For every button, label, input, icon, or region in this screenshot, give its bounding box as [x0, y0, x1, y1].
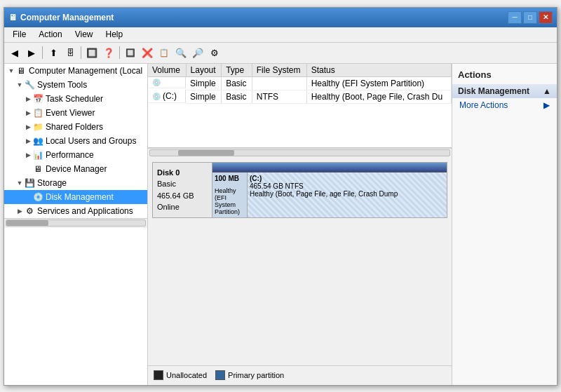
back-button[interactable]: ◀	[7, 45, 22, 60]
disk-management-section-label: Disk Management	[458, 86, 529, 96]
sidebar-scroll-track[interactable]	[6, 219, 146, 227]
sidebar-item-system-tools[interactable]: ▼ 🔧 System Tools	[4, 78, 147, 92]
task-scheduler-expand: ▶	[24, 95, 32, 103]
table-row[interactable]: 💿 Simple Basic Healthy (EFI System Parti…	[148, 76, 452, 90]
up-button[interactable]: ⬆	[46, 45, 61, 60]
row2-status: Healthy (Boot, Page File, Crash Du	[306, 90, 451, 103]
new-button[interactable]: 🔲	[123, 45, 138, 60]
table-scroll-thumb[interactable]	[178, 150, 234, 156]
title-bar: 🖥 Computer Management ─ □ ✕	[4, 8, 557, 27]
menu-help[interactable]: Help	[100, 28, 129, 41]
disk-type: Basic	[157, 178, 208, 190]
title-bar-left: 🖥 Computer Management	[8, 13, 114, 22]
close-button[interactable]: ✕	[539, 11, 553, 24]
disk-row-0: Disk 0 Basic 465.64 GB Online 100 MB Hea…	[152, 162, 447, 218]
delete-button[interactable]: ❌	[140, 45, 155, 60]
legend-primary-label: Primary partition	[228, 371, 284, 379]
sidebar-item-storage[interactable]: ▼ 💾 Storage	[4, 176, 147, 190]
row1-filesystem	[252, 76, 306, 90]
disk-partitions: 100 MB Healthy (EFI System Partition) (C…	[212, 163, 447, 217]
col-filesystem: File System	[252, 64, 306, 77]
forward-button[interactable]: ▶	[24, 45, 39, 60]
performance-label: Performance	[46, 150, 94, 160]
device-manager-icon: 🖥	[32, 163, 43, 175]
section-collapse-icon: ▲	[543, 86, 551, 96]
sidebar-item-event-viewer[interactable]: ▶ 📋 Event Viewer	[4, 106, 147, 120]
c-partition[interactable]: (C:) 465.54 GB NTFS Healthy (Boot, Page …	[248, 173, 447, 217]
storage-icon: 💾	[24, 177, 35, 189]
task-scheduler-label: Task Scheduler	[46, 94, 103, 104]
paste-button[interactable]: 🔍	[173, 45, 189, 60]
table-scrollbar[interactable]	[148, 148, 452, 158]
minimize-button[interactable]: ─	[508, 11, 522, 24]
shared-folders-label: Shared Folders	[46, 122, 103, 132]
disk-management-section-header[interactable]: Disk Management ▲	[452, 84, 557, 98]
c-drive-status: Healthy (Boot, Page File, age File, Cras…	[250, 190, 445, 198]
local-users-label: Local Users and Groups	[46, 136, 136, 146]
disk-size: 465.64 GB	[157, 190, 208, 202]
col-layout: Layout	[186, 64, 222, 77]
settings-button[interactable]: ⚙	[207, 45, 222, 60]
actions-panel: Actions Disk Management ▲ More Actions ▶	[452, 64, 557, 385]
sidebar-item-local-users[interactable]: ▶ 👥 Local Users and Groups	[4, 134, 147, 148]
table-scroll-track[interactable]	[149, 149, 450, 156]
sidebar-item-shared-folders[interactable]: ▶ 📁 Shared Folders	[4, 120, 147, 134]
toolbar-separator-2	[81, 46, 81, 59]
menu-bar: File Action View Help	[4, 27, 557, 43]
maximize-button[interactable]: □	[523, 11, 537, 24]
event-viewer-icon: 📋	[32, 107, 43, 119]
event-viewer-expand: ▶	[24, 109, 32, 117]
menu-view[interactable]: View	[69, 28, 99, 41]
storage-label: Storage	[37, 178, 67, 188]
disk-bar	[212, 163, 447, 173]
disk-table: Volume Layout Type File System Status 💿 …	[148, 64, 452, 148]
copy-button[interactable]: 📋	[156, 45, 172, 60]
row1-type: Basic	[222, 76, 252, 90]
row2-volume: 💿(C:)	[148, 90, 186, 103]
menu-action[interactable]: Action	[33, 28, 67, 41]
local-users-expand: ▶	[24, 137, 32, 145]
window-title: Computer Management	[20, 13, 114, 22]
disk-parts: 100 MB Healthy (EFI System Partition) (C…	[212, 173, 447, 217]
efi-size: 100 MB	[215, 175, 245, 182]
disk-visual-area: Disk 0 Basic 465.64 GB Online 100 MB Hea…	[148, 158, 452, 365]
window-icon: 🖥	[8, 13, 17, 22]
title-bar-controls: ─ □ ✕	[508, 11, 553, 24]
row1-layout: Simple	[186, 76, 222, 90]
actions-title: Actions	[452, 67, 557, 84]
legend-unallocated-box	[154, 370, 163, 380]
menu-file[interactable]: File	[7, 28, 32, 41]
sidebar-scroll-thumb[interactable]	[6, 220, 48, 226]
system-tools-expand: ▼	[15, 81, 24, 89]
sidebar-item-device-manager[interactable]: ▶ 🖥 Device Manager	[4, 162, 147, 176]
sidebar-item-disk-management[interactable]: ▶ 💿 Disk Management	[4, 190, 147, 204]
task-scheduler-icon: 📅	[32, 93, 43, 104]
efi-partition[interactable]: 100 MB Healthy (EFI System Partition)	[212, 173, 248, 217]
legend-unallocated: Unallocated	[154, 370, 207, 380]
disk-status: Online	[157, 201, 208, 213]
disk-mgmt-label: Disk Management	[46, 192, 114, 202]
sidebar-scrollbar[interactable]	[4, 218, 147, 228]
services-icon: ⚙	[24, 205, 35, 217]
main-window: 🖥 Computer Management ─ □ ✕ File Action …	[4, 7, 557, 386]
sidebar-root[interactable]: ▼ 🖥 Computer Management (Local	[4, 64, 147, 78]
disk-mgmt-icon: 💿	[32, 191, 43, 203]
more-actions-item[interactable]: More Actions ▶	[452, 98, 557, 112]
table-row[interactable]: 💿(C:) Simple Basic NTFS Healthy (Boot, P…	[148, 90, 452, 103]
help-button[interactable]: ❓	[101, 45, 116, 60]
legend-primary-box	[215, 370, 225, 380]
disk-info: Disk 0 Basic 465.64 GB Online	[153, 163, 212, 217]
root-icon: 🖥	[15, 65, 27, 76]
sidebar-item-task-scheduler[interactable]: ▶ 📅 Task Scheduler	[4, 92, 147, 106]
sidebar-item-services[interactable]: ▶ ⚙ Services and Applications	[4, 204, 147, 218]
more-actions-label: More Actions	[459, 100, 508, 110]
row1-volume: 💿	[148, 77, 186, 88]
legend-bar: Unallocated Primary partition	[148, 365, 452, 385]
services-expand: ▶	[15, 207, 24, 215]
row2-filesystem: NTFS	[252, 90, 306, 103]
search-button[interactable]: 🔎	[190, 45, 205, 60]
show-hide-button[interactable]: 🗄	[62, 45, 78, 60]
sidebar-item-performance[interactable]: ▶ 📊 Performance	[4, 148, 147, 162]
properties-button[interactable]: 🔲	[84, 45, 100, 60]
toolbar-separator-3	[119, 46, 120, 59]
